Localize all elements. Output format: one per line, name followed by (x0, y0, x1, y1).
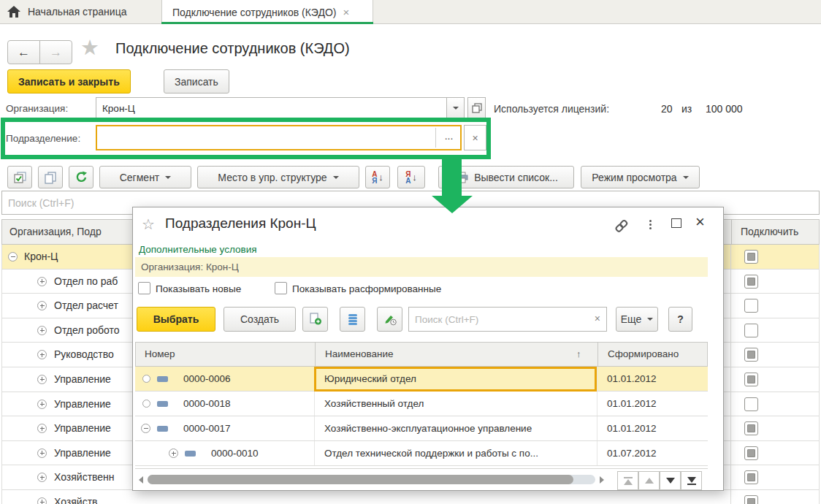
segment-dropdown-button[interactable]: Сегмент (99, 166, 191, 188)
copy-icon-button[interactable] (38, 166, 63, 188)
edit-history-button[interactable] (377, 307, 402, 332)
additional-conditions-link[interactable]: Дополнительные условия (139, 244, 257, 255)
tree-expander-icon[interactable] (37, 375, 47, 384)
sort-ascending-icon: ↑ (576, 348, 581, 359)
connect-checkbox[interactable] (744, 275, 758, 289)
column-header-formed[interactable]: Сформировано (608, 348, 679, 359)
organization-open-button[interactable] (467, 97, 486, 119)
department-input[interactable] (96, 125, 462, 150)
maximize-icon[interactable] (671, 218, 681, 228)
show-new-checkbox[interactable] (138, 282, 150, 294)
column-divider (730, 490, 731, 504)
tree-expander-icon[interactable] (37, 400, 47, 409)
create-group-button[interactable] (302, 307, 328, 332)
connect-checkbox[interactable] (744, 446, 758, 460)
dept-row[interactable]: 0000-0006 Юридический отдел 01.01.2012 (135, 367, 708, 392)
page-title: Подключение сотрудников (КЭДО) (115, 40, 350, 57)
scroll-left-icon[interactable] (139, 476, 143, 484)
sort-descending-button[interactable]: ЯА↓ (397, 166, 425, 188)
structure-place-dropdown-button[interactable]: Место в упр. структуре (197, 166, 359, 188)
dialog-search-input[interactable] (408, 307, 607, 332)
tree-expander-icon[interactable] (37, 277, 47, 286)
column-header-number[interactable]: Номер (145, 348, 175, 359)
scrollbar-thumb[interactable] (148, 475, 573, 484)
connect-checkbox[interactable] (744, 470, 758, 484)
save-button[interactable]: Записать (164, 69, 229, 93)
forward-button[interactable]: → (39, 40, 72, 64)
column-header-name[interactable]: Наименование (325, 348, 394, 359)
connect-checkbox[interactable] (744, 348, 758, 362)
tree-expander-icon[interactable] (37, 473, 47, 482)
view-mode-dropdown-button[interactable]: Режим просмотра (581, 166, 700, 188)
organization-dropdown-button[interactable] (446, 97, 465, 119)
tab-home[interactable]: Начальная страница (28, 0, 126, 24)
create-button[interactable]: Создать (224, 307, 296, 332)
table-row[interactable]: Хозяйств (2, 490, 819, 504)
sort-ascending-button[interactable]: АЯ↓ (365, 166, 390, 188)
dept-row[interactable]: 0000-0010 Отдел технической поддержки и … (135, 441, 708, 466)
tree-expander-icon[interactable] (141, 424, 150, 433)
sort-arrow-icon: ↓ (378, 172, 383, 183)
dept-number: 0000-0010 (211, 448, 259, 459)
connect-checkbox[interactable] (744, 373, 758, 386)
tree-expander-icon[interactable] (37, 301, 47, 310)
favorite-star-icon[interactable]: ★ (80, 35, 99, 60)
more-menu-icon[interactable] (647, 217, 653, 232)
column-divider (730, 318, 731, 343)
tree-expander-icon[interactable] (142, 400, 150, 408)
print-list-button[interactable]: Вывести список... (438, 166, 574, 188)
save-and-close-button[interactable]: Записать и закрыть (7, 69, 131, 93)
column-header-connect[interactable]: Подключить (741, 226, 798, 237)
tab-active-label: Подключение сотрудников (КЭДО) (172, 7, 336, 18)
tab-active[interactable]: Подключение сотрудников (КЭДО)× (161, 0, 373, 24)
dept-row[interactable]: 0000-0017 Хозяйственно-эксплуатационное … (135, 416, 708, 441)
connect-checkbox[interactable] (744, 299, 758, 313)
horizontal-scrollbar[interactable] (148, 475, 595, 484)
close-icon[interactable]: × (695, 213, 705, 232)
tree-expander-icon[interactable] (142, 375, 150, 383)
connect-checkbox[interactable] (744, 495, 758, 504)
select-button[interactable]: Выбрать (137, 307, 215, 332)
column-divider (730, 343, 731, 367)
search-clear-icon[interactable]: × (595, 313, 600, 324)
row-label: Хозяйств (54, 496, 97, 504)
tree-expander-icon[interactable] (8, 252, 18, 261)
home-icon[interactable] (7, 6, 20, 20)
get-link-icon[interactable] (614, 218, 633, 232)
help-button[interactable]: ? (668, 307, 692, 332)
organization-input[interactable] (96, 97, 447, 119)
connect-checkbox[interactable] (744, 397, 758, 411)
connect-checkbox[interactable] (744, 250, 758, 264)
list-view-button[interactable] (340, 307, 365, 332)
favorite-star-icon[interactable]: ☆ (142, 215, 155, 233)
go-first-button[interactable] (617, 471, 638, 490)
show-disbanded-checkbox[interactable] (275, 282, 287, 294)
column-divider (730, 465, 731, 489)
dept-row[interactable]: 0000-0018 Хозяйственный отдел 01.01.2012 (135, 392, 708, 416)
column-divider (597, 343, 598, 366)
connect-checkbox[interactable] (744, 324, 758, 337)
column-header-organization[interactable]: Организация, Подр (9, 226, 102, 237)
go-last-button[interactable] (681, 471, 702, 490)
back-button[interactable]: ← (7, 40, 40, 64)
chevron-down-icon (333, 176, 339, 179)
more-button[interactable]: Еще (616, 307, 658, 332)
refresh-button[interactable] (69, 166, 93, 188)
tree-expander-icon[interactable] (37, 326, 47, 335)
tree-expander-icon[interactable] (37, 497, 47, 504)
scroll-right-icon[interactable] (600, 476, 604, 484)
tree-expander-icon[interactable] (37, 448, 47, 458)
go-down-button[interactable] (660, 471, 681, 490)
tab-close-icon[interactable]: × (343, 6, 349, 18)
department-icon (185, 451, 196, 457)
go-up-button[interactable] (638, 471, 660, 490)
set-connect-flag-button[interactable] (7, 166, 32, 188)
connect-checkbox[interactable] (744, 421, 758, 435)
tree-expander-icon[interactable] (37, 424, 47, 433)
show-disbanded-label: Показывать расформированные (292, 283, 441, 294)
department-clear-button[interactable]: × (464, 125, 486, 150)
department-choose-button[interactable]: ... (438, 129, 460, 148)
column-divider (597, 392, 597, 416)
tree-expander-icon[interactable] (169, 448, 178, 458)
tree-expander-icon[interactable] (37, 350, 47, 359)
